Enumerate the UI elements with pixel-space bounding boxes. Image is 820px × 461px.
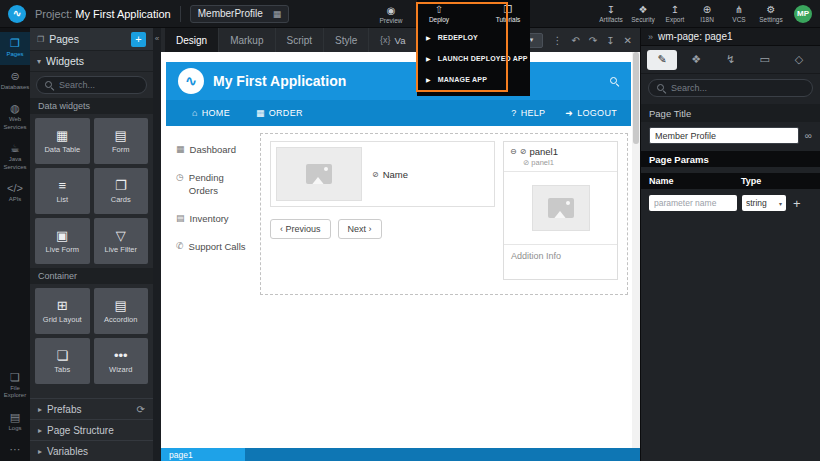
widget-accordion[interactable]: ▤ Accordion: [94, 288, 149, 334]
widgets-section-label: Widgets: [46, 55, 84, 67]
collapse-right-icon[interactable]: »: [648, 32, 653, 42]
sidebar-item-dashboard[interactable]: ▦ Dashboard: [172, 136, 250, 164]
more-options-icon[interactable]: ⋮: [552, 35, 562, 46]
rail-pages[interactable]: ❐ Pages: [0, 32, 30, 65]
rail-apis[interactable]: </> APIs: [0, 177, 30, 210]
member-card[interactable]: ⊘ Name: [270, 141, 495, 207]
next-button[interactable]: Next ›: [338, 219, 382, 239]
properties-search-box[interactable]: [648, 79, 813, 97]
menu-redeploy[interactable]: ▶ REDEPLOY: [417, 27, 530, 48]
picture-placeholder[interactable]: [276, 147, 362, 201]
tab-properties[interactable]: ✎: [647, 50, 677, 70]
rail-web-services[interactable]: ◍ Web Services: [0, 97, 30, 137]
left-splitter[interactable]: «: [153, 28, 161, 461]
tutorials-icon: ❒: [504, 4, 513, 15]
nav-logout[interactable]: ➜ LOGOUT: [565, 108, 617, 118]
tab-device[interactable]: ▭: [750, 50, 780, 70]
panel-image-placeholder[interactable]: [532, 185, 590, 231]
prefabs-section[interactable]: ▸ Prefabs ⟳: [30, 398, 153, 419]
refresh-icon[interactable]: ⟳: [137, 404, 145, 415]
name-widget[interactable]: ⊘ Name: [372, 169, 408, 180]
page-title-input[interactable]: [649, 127, 799, 144]
collapse-left-icon[interactable]: «: [153, 28, 161, 50]
widget-data-table[interactable]: ▦ Data Table: [35, 118, 90, 164]
delete-icon[interactable]: ✕: [624, 35, 632, 46]
tutorials-button[interactable]: ❒ Tutorials: [495, 4, 521, 23]
wavemaker-logo-icon[interactable]: ∿: [8, 5, 26, 23]
panel1-widget[interactable]: ⊖ ⊘ panel1 ⊘ panel1: [503, 141, 618, 280]
canvas-scrollbar[interactable]: [632, 52, 640, 448]
user-avatar[interactable]: MP: [794, 5, 812, 23]
deploy-label: Deploy: [429, 16, 449, 23]
nav-help[interactable]: ? HELP: [511, 108, 545, 118]
widget-wizard[interactable]: ••• Wizard: [94, 338, 149, 384]
rail-java-services[interactable]: ☕ Java Services: [0, 137, 30, 177]
project-label: Project: My First Application: [35, 8, 171, 20]
rail-more[interactable]: ⋯: [0, 438, 30, 461]
export-button[interactable]: ↥ Export: [662, 4, 688, 23]
support-calls-icon: ✆: [176, 241, 184, 253]
menu-launch-deployed-app[interactable]: ▶ LAUNCH DEPLOYED APP: [417, 48, 530, 69]
app-search-icon[interactable]: [609, 76, 619, 86]
selected-layout[interactable]: ⊘ Name ‹ Previous Next ›: [260, 133, 628, 295]
panel-footer-sections: ▸ Prefabs ⟳ ▸ Page Structure ▸ Variables: [30, 398, 153, 461]
param-type-select[interactable]: string ▾: [742, 195, 786, 211]
design-canvas[interactable]: ∿ My First Application ⌂ HOME ▦ ORDER: [161, 52, 640, 448]
nav-order[interactable]: ▦ ORDER: [256, 108, 303, 118]
previous-button[interactable]: ‹ Previous: [270, 219, 331, 239]
sidebar-item-pending-orders[interactable]: ◷ Pending Orders: [172, 164, 250, 205]
pages-section-header[interactable]: ❐ Pages +: [30, 28, 153, 51]
tab-styles[interactable]: ❖: [681, 50, 711, 70]
scrollbar-thumb[interactable]: [633, 52, 639, 144]
tab-events[interactable]: ↯: [715, 50, 745, 70]
variables-button[interactable]: {x} Va: [380, 35, 405, 46]
variables-section[interactable]: ▸ Variables: [30, 440, 153, 461]
tab-style[interactable]: Style: [324, 28, 369, 52]
save-icon[interactable]: ↧: [606, 35, 614, 46]
widget-cards[interactable]: ❐ Cards: [94, 168, 149, 214]
page-tab[interactable]: page1: [161, 448, 245, 461]
menu-manage-app[interactable]: ▶ MANAGE APP: [417, 69, 530, 90]
properties-search-input[interactable]: [671, 83, 805, 93]
widget-grid-layout[interactable]: ⊞ Grid Layout: [35, 288, 90, 334]
widget-tabs[interactable]: ❏ Tabs: [35, 338, 90, 384]
param-name-input[interactable]: [649, 195, 737, 211]
add-param-button[interactable]: +: [793, 196, 801, 211]
bind-icon[interactable]: ∞: [805, 130, 812, 141]
widget-live-form[interactable]: ▣ Live Form: [35, 218, 90, 264]
tab-markup[interactable]: Markup: [219, 28, 275, 52]
rail-logs[interactable]: ▤ Logs: [0, 406, 30, 439]
widget-search-box[interactable]: [36, 76, 147, 94]
left-rail: ❐ Pages ⊜ Databases ◍ Web Services ☕ Jav…: [0, 28, 30, 461]
i18n-button[interactable]: ⊕ I18N: [694, 4, 720, 23]
artifacts-button[interactable]: ↧ Artifacts: [598, 4, 624, 23]
rail-databases[interactable]: ⊜ Databases: [0, 65, 30, 98]
pending-orders-label: Pending Orders: [189, 172, 246, 197]
widget-list[interactable]: ≡ List: [35, 168, 90, 214]
settings-button[interactable]: ⚙ Settings: [758, 4, 784, 23]
data-table-label: Data Table: [44, 145, 80, 154]
widgets-section-header[interactable]: ▾ Widgets: [30, 51, 153, 72]
tab-design[interactable]: Design: [165, 28, 219, 52]
widget-form[interactable]: ▤ Form: [94, 118, 149, 164]
redo-icon[interactable]: ↷: [589, 35, 597, 46]
widget-live-filter[interactable]: ▽ Live Filter: [94, 218, 149, 264]
tab-script[interactable]: Script: [276, 28, 325, 52]
widget-search-input[interactable]: [59, 80, 139, 90]
sidebar-item-inventory[interactable]: ▤ Inventory: [172, 205, 250, 233]
collapse-panel-icon[interactable]: ⊖: [510, 147, 517, 156]
rail-file-explorer[interactable]: ❏ File Explorer: [0, 366, 30, 406]
pages-grid-icon[interactable]: ▦: [273, 9, 282, 19]
page-structure-section[interactable]: ▸ Page Structure: [30, 419, 153, 440]
undo-icon[interactable]: ↶: [571, 35, 579, 46]
vcs-button[interactable]: ⋔ VCS: [726, 4, 752, 23]
tab-security[interactable]: ◇: [784, 50, 814, 70]
app-header[interactable]: ∿ My First Application: [166, 62, 631, 100]
deploy-button[interactable]: ⇧ Deploy: [426, 4, 452, 23]
page-selector[interactable]: MemberProfile ▦: [190, 5, 290, 23]
nav-home[interactable]: ⌂ HOME: [192, 108, 230, 118]
preview-button[interactable]: ◉ Preview: [378, 5, 404, 24]
sidebar-item-support-calls[interactable]: ✆ Support Calls: [172, 233, 250, 261]
add-page-button[interactable]: +: [131, 32, 146, 47]
security-button[interactable]: ❖ Security: [630, 4, 656, 23]
